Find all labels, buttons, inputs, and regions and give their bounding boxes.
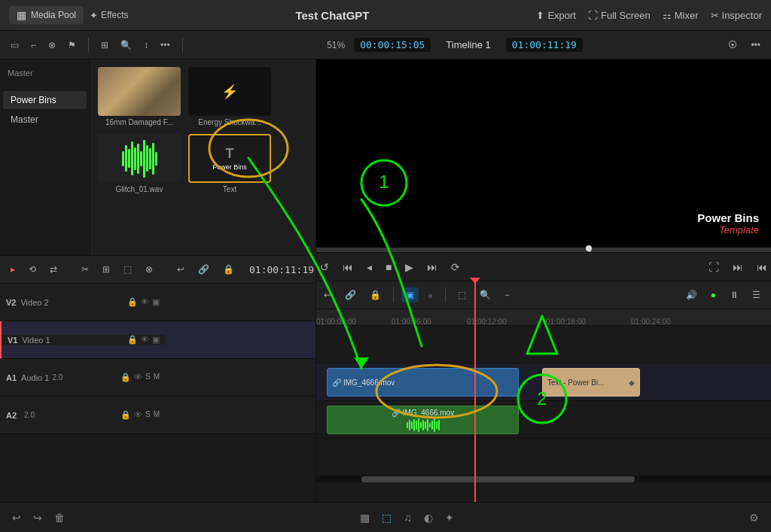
fullscreen-button[interactable]: ⛶ Full Screen — [588, 10, 651, 21]
clip-img4666-video[interactable]: 🔗 IMG_4666.mov — [327, 368, 519, 397]
viewer-title: Power Bins — [697, 211, 759, 224]
color-bottom-icon[interactable]: ◐ — [424, 512, 433, 524]
a1-vol: 2.0 — [52, 373, 62, 382]
media-item-glitch[interactable]: Glitch_01.wav — [98, 134, 181, 193]
a2-lock-icon[interactable]: 🔒 — [120, 410, 131, 420]
timeline-toolbar: ▸ ⟲ ⇄ ✂ ⊞ ⬚ ⊗ ↩ 🔗 🔒 01:00:11:19 — [0, 255, 315, 284]
timeline-tool-3[interactable]: ⊗ — [141, 262, 157, 277]
timeline-tool-1[interactable]: ⟲ — [24, 262, 41, 277]
settings-bottom-icon[interactable]: ⚙ — [749, 512, 759, 524]
tl-dot-btn[interactable]: ● — [706, 287, 721, 302]
a2-m-btn[interactable]: M — [154, 410, 160, 420]
bottom-icons-center: ▦ ⬚ ♫ ◐ ✦ — [360, 512, 454, 524]
undo-bottom-icon[interactable]: ↩ — [12, 512, 21, 524]
v2-film-icon[interactable]: ▣ — [152, 297, 160, 307]
media-pool-button[interactable]: ▦ Media Pool — [9, 6, 84, 24]
timeline-link3-btn[interactable]: 🔗 — [194, 262, 214, 277]
viewer-back-btn[interactable]: ◂ — [363, 260, 376, 275]
effects-bottom-icon[interactable]: ✦ — [445, 512, 454, 524]
sidebar-item-master[interactable]: Master — [3, 111, 87, 129]
viewer-ffwd-btn[interactable]: ⏭ — [423, 260, 441, 275]
timeline-razor-btn[interactable]: ✂ — [77, 262, 93, 277]
v2-eye-icon[interactable]: 👁 — [141, 297, 149, 307]
media-bottom-icon[interactable]: ▦ — [360, 512, 370, 524]
flag-btn[interactable]: ⚑ — [63, 38, 81, 53]
tl-snap-blue[interactable]: ▣ — [401, 287, 419, 302]
tl-link-right[interactable]: 🔗 — [340, 287, 361, 302]
tl-clip-btn[interactable]: ⬚ — [453, 287, 471, 302]
v1-lock-icon[interactable]: 🔒 — [127, 335, 138, 345]
delete-bottom-icon[interactable]: 🗑 — [54, 512, 65, 524]
viewer-screen: Power Bins Template — [316, 59, 771, 248]
redo-bottom-icon[interactable]: ↪ — [33, 512, 42, 524]
tl-sep-r1 — [393, 287, 394, 302]
export-button[interactable]: ⬆ Export — [536, 10, 576, 21]
timeline-scrollbar[interactable] — [316, 476, 771, 482]
grid-view-btn[interactable]: ⊞ — [96, 38, 113, 53]
v1-film-icon[interactable]: ▣ — [152, 335, 160, 345]
trim-btn[interactable]: ⌐ — [26, 38, 41, 53]
a1-s-btn[interactable]: S — [145, 372, 151, 382]
timeline-flag-btn2[interactable]: ⬚ — [119, 262, 136, 277]
track-content-v1[interactable]: 🔗 IMG_4666.mov Text - Power Bi... ◆ — [316, 363, 771, 401]
timeline-scrollbar-thumb[interactable] — [361, 476, 634, 482]
tl-pause-btn[interactable]: ⏸ — [725, 287, 743, 302]
media-item-16mm[interactable]: 16mm Damaged F... — [98, 67, 181, 126]
color-wheel-btn[interactable]: ⦿ — [724, 38, 742, 53]
a1-name: Audio 1 — [21, 373, 49, 382]
tl-minus-btn[interactable]: − — [500, 287, 514, 302]
viewer-refresh-btn[interactable]: ⟳ — [447, 260, 464, 275]
tl-menu-btn[interactable]: ☰ — [748, 287, 765, 302]
a2-s-btn[interactable]: S — [145, 410, 151, 420]
overflow-btn[interactable]: ••• — [746, 38, 765, 53]
viewer-prev2-btn[interactable]: ⏮ — [753, 260, 771, 275]
viewer-prev-btn[interactable]: ⏮ — [339, 260, 357, 275]
media-item-text[interactable]: T Power Bins Text — [188, 134, 271, 193]
v2-lock-icon[interactable]: 🔒 — [127, 297, 138, 307]
search-btn[interactable]: 🔍 — [116, 38, 136, 53]
mixer-button[interactable]: ⚏ Mixer — [663, 10, 699, 21]
clip-text-label: Text - Power Bi... — [547, 378, 605, 387]
a1-eye-icon[interactable]: 👁 — [134, 372, 142, 382]
media-thumb-energy: ⚡ — [188, 67, 271, 116]
media-item-energy[interactable]: ⚡ Energy Shockwa... — [188, 67, 271, 126]
tl-vol-btn[interactable]: 🔊 — [681, 287, 702, 302]
sidebar-item-power-bins[interactable]: Power Bins — [3, 91, 87, 109]
viewer-progress-bar-container[interactable] — [316, 248, 771, 252]
timeline-link-btn2[interactable]: ⊞ — [98, 262, 114, 277]
clip-img4666-audio[interactable]: 🔗 IMG_4666.mov — [327, 406, 519, 434]
effects-button[interactable]: ✦ Effects — [90, 10, 128, 21]
clip-view-btn[interactable]: ▭ — [6, 38, 23, 53]
timeline-undo-btn[interactable]: ↩ — [172, 262, 189, 277]
viewer-loop-btn[interactable]: ↺ — [316, 260, 333, 275]
viewer-fullscreen-btn[interactable]: ⛶ — [705, 260, 723, 275]
timeline-tool-2[interactable]: ⇄ — [45, 262, 62, 277]
tl-zoom-btn[interactable]: 🔍 — [475, 287, 495, 302]
a1-lock-icon[interactable]: 🔒 — [120, 372, 131, 382]
viewer-scrubber[interactable] — [586, 245, 592, 251]
inspector-button[interactable]: ✂ Inspector — [711, 10, 762, 21]
track-header-v1: V1 Video 1 🔒 👁 ▣ — [0, 321, 315, 359]
a2-eye-icon[interactable]: 👁 — [134, 410, 142, 420]
timeline-lock-btn[interactable]: 🔒 — [218, 262, 239, 277]
timeline-bottom-icon[interactable]: ⬚ — [382, 512, 392, 524]
tl-snap-blue2[interactable]: ⬦ — [423, 287, 437, 302]
link-btn[interactable]: ⊗ — [44, 38, 60, 53]
audio-bottom-icon[interactable]: ♫ — [404, 512, 412, 524]
viewer-skip-btn[interactable]: ⏭ — [729, 260, 747, 275]
viewer-play-btn[interactable]: ▶ — [401, 260, 417, 275]
timeline-cursor-btn[interactable]: ▸ — [6, 262, 20, 277]
bottom-icons-right: ⚙ — [749, 512, 759, 524]
tl-undo-right[interactable]: ↩ — [319, 287, 336, 302]
right-panel: Power Bins Template ↺ ⏮ ◂ ■ ▶ ⏭ ⟳ — [316, 59, 771, 502]
a1-m-btn[interactable]: M — [154, 372, 160, 382]
clip-text-power[interactable]: Text - Power Bi... ◆ — [542, 368, 640, 397]
track-content-a1[interactable]: 🔗 IMG_4666.mov — [316, 401, 771, 439]
v1-name: Video 1 — [22, 336, 50, 345]
tl-lock-right[interactable]: 🔒 — [365, 287, 386, 302]
v1-eye-icon[interactable]: 👁 — [141, 335, 149, 345]
viewer-stop-btn[interactable]: ■ — [382, 260, 395, 275]
more-btn[interactable]: ••• — [156, 38, 175, 53]
sort-btn[interactable]: ↕ — [139, 38, 153, 53]
media-thumb-text: T Power Bins — [188, 134, 271, 183]
